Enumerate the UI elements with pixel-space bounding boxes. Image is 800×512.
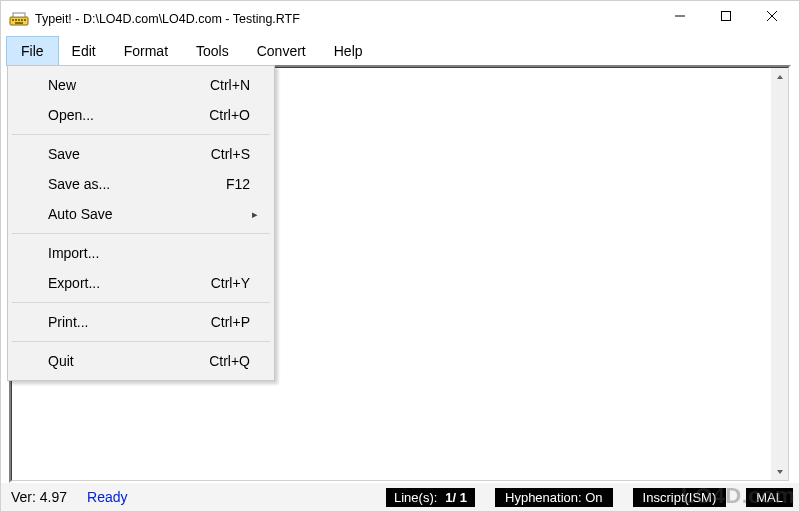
menu-item-new[interactable]: NewCtrl+N (10, 70, 272, 100)
title-bar: Typeit! - D:\LO4D.com\LO4D.com - Testing… (1, 1, 799, 37)
svg-rect-2 (15, 19, 17, 21)
close-button[interactable] (749, 1, 795, 31)
lines-pane: Line(s): 1/ 1 (386, 488, 475, 507)
hyphenation-pane: Hyphenation: On (495, 488, 613, 507)
window-title: Typeit! - D:\LO4D.com\LO4D.com - Testing… (35, 12, 657, 26)
lang-pane: MAL (746, 488, 793, 507)
scroll-track[interactable] (771, 85, 788, 463)
app-icon (9, 11, 29, 27)
minimize-button[interactable] (657, 1, 703, 31)
window-controls (657, 1, 795, 37)
svg-rect-1 (12, 19, 14, 21)
menu-item-quit[interactable]: QuitCtrl+Q (10, 346, 272, 376)
svg-rect-4 (21, 19, 23, 21)
menu-item-autosave[interactable]: Auto Save▸ (10, 199, 272, 229)
menu-format[interactable]: Format (110, 37, 182, 65)
ready-label: Ready (87, 489, 127, 505)
vertical-scrollbar[interactable] (771, 68, 788, 480)
menu-item-export[interactable]: Export...Ctrl+Y (10, 268, 272, 298)
lines-label: Line(s): (394, 490, 437, 505)
maximize-button[interactable] (703, 1, 749, 31)
svg-rect-6 (15, 22, 23, 24)
svg-rect-8 (722, 12, 731, 21)
svg-rect-7 (13, 13, 25, 17)
menu-edit[interactable]: Edit (58, 37, 110, 65)
menu-file[interactable]: File (7, 37, 58, 65)
lines-value: 1/ 1 (445, 490, 467, 505)
svg-rect-3 (18, 19, 20, 21)
menu-item-save-as[interactable]: Save as...F12 (10, 169, 272, 199)
menu-item-save[interactable]: SaveCtrl+S (10, 139, 272, 169)
menu-separator (12, 134, 270, 135)
scroll-up-button[interactable] (771, 68, 788, 85)
svg-rect-5 (24, 19, 26, 21)
submenu-arrow-icon: ▸ (252, 208, 258, 221)
status-bar: Ver: 4.97 Ready Line(s): 1/ 1 Hyphenatio… (1, 483, 799, 511)
app-window: { "titlebar": { "title": "Typeit! - D:\\… (0, 0, 800, 512)
menu-item-print[interactable]: Print...Ctrl+P (10, 307, 272, 337)
scroll-down-button[interactable] (771, 463, 788, 480)
menu-item-open[interactable]: Open...Ctrl+O (10, 100, 272, 130)
menu-separator (12, 233, 270, 234)
file-menu-dropdown: NewCtrl+N Open...Ctrl+O SaveCtrl+S Save … (7, 65, 275, 381)
menu-help[interactable]: Help (320, 37, 377, 65)
menu-item-import[interactable]: Import... (10, 238, 272, 268)
menu-separator (12, 341, 270, 342)
menu-tools[interactable]: Tools (182, 37, 243, 65)
version-label: Ver: 4.97 (11, 489, 67, 505)
menu-bar: File Edit Format Tools Convert Help (1, 37, 799, 65)
inscript-pane: Inscript(ISM) (633, 488, 727, 507)
menu-convert[interactable]: Convert (243, 37, 320, 65)
menu-separator (12, 302, 270, 303)
